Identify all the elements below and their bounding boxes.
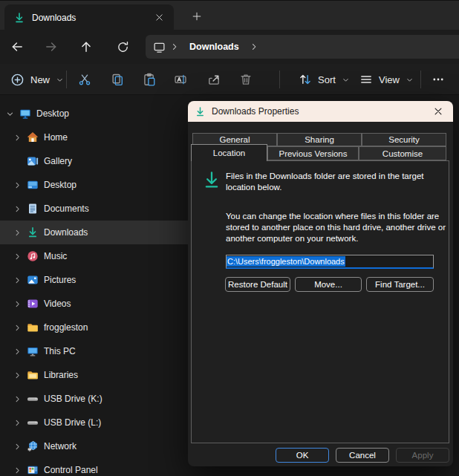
move-button[interactable]: Move... [295, 277, 362, 292]
up-button[interactable] [75, 36, 97, 58]
titlebar: Downloads [0, 0, 459, 30]
usb-drive-icon [27, 393, 39, 405]
sidebar-item-downloads[interactable]: Downloads [0, 221, 188, 244]
sidebar-item-control-panel[interactable]: Control Panel [0, 458, 188, 476]
sidebar-item-label: Libraries [44, 370, 78, 380]
sidebar-item-desktop[interactable]: Desktop [0, 173, 188, 197]
sidebar-item-label: USB Drive (L:) [44, 417, 101, 428]
address-bar[interactable]: Downloads [146, 35, 459, 59]
toolbar-separator [420, 71, 421, 88]
download-icon [202, 170, 221, 191]
sidebar-item-documents[interactable]: Documents [0, 197, 188, 221]
share-icon [207, 73, 221, 86]
sidebar-item-videos[interactable]: Videos [0, 292, 188, 316]
dialog-close-icon[interactable] [430, 103, 446, 120]
cancel-button[interactable]: Cancel [336, 448, 389, 463]
toolbar-separator [66, 71, 67, 88]
paste-button[interactable] [135, 67, 163, 92]
share-button[interactable] [200, 67, 228, 92]
chevron-right-icon[interactable] [12, 443, 22, 451]
home-icon [27, 131, 39, 143]
chevron-right-icon[interactable] [250, 42, 258, 51]
sidebar-item-music[interactable]: Music [0, 244, 188, 268]
sidebar-item-home[interactable]: Home [0, 125, 188, 149]
desktop-monitor-icon [19, 108, 31, 120]
chevron-right-icon[interactable] [12, 181, 22, 189]
folder-icon [27, 322, 39, 333]
sidebar-item-gallery[interactable]: Gallery [0, 149, 188, 173]
chevron-right-icon[interactable] [12, 205, 22, 213]
chevron-right-icon[interactable] [12, 371, 22, 379]
sidebar-item-label: This PC [44, 346, 76, 356]
sidebar-item-label: Desktop [44, 180, 76, 190]
refresh-button[interactable] [111, 36, 134, 58]
dialog-tab-customise[interactable]: Customise [359, 146, 446, 160]
chevron-right-icon[interactable] [12, 419, 22, 427]
description-text: You can change the location where files … [226, 211, 446, 244]
sidebar-item-label: Control Panel [44, 465, 98, 475]
sidebar-item-usb-drive-l-[interactable]: USB Drive (L:) [0, 411, 188, 434]
sidebar-item-froggleston[interactable]: froggleston [0, 316, 188, 339]
selected-path-text: C:\Users\froggleston\Downloads [227, 256, 345, 267]
pictures-icon [27, 274, 39, 286]
sidebar-item-label: Downloads [44, 227, 88, 238]
tab-close-icon[interactable] [150, 9, 168, 27]
sidebar-item-network[interactable]: Network [0, 434, 188, 458]
more-options-button[interactable] [424, 67, 452, 92]
back-button[interactable] [6, 36, 28, 58]
chevron-right-icon[interactable] [12, 134, 22, 142]
apply-button[interactable]: Apply [396, 448, 449, 463]
rename-button[interactable] [166, 67, 195, 92]
dialog-title: Downloads Properties [212, 106, 299, 117]
chevron-right-icon[interactable] [12, 395, 22, 403]
sidebar-item-label: Music [44, 251, 67, 261]
chevron-right-icon[interactable] [170, 42, 179, 51]
chevron-right-icon[interactable] [12, 348, 22, 356]
sidebar-item-label: Home [44, 132, 68, 143]
delete-button[interactable] [232, 67, 260, 92]
restore-default-button[interactable]: Restore Default [225, 277, 290, 292]
chevron-right-icon[interactable] [12, 229, 22, 237]
downloads-icon [27, 226, 39, 238]
new-tab-button[interactable] [187, 7, 206, 26]
dialog-tab-previous-versions[interactable]: Previous Versions [267, 146, 359, 160]
dialog-tab-location[interactable]: Location [191, 144, 267, 161]
rename-icon [174, 73, 187, 86]
copy-icon [111, 73, 124, 86]
dialog-tab-security[interactable]: Security [362, 133, 446, 146]
chevron-right-icon[interactable] [12, 466, 22, 475]
sidebar-item-usb-drive-k-[interactable]: USB Drive (K:) [0, 387, 188, 411]
chevron-right-icon[interactable] [12, 252, 22, 261]
sidebar-item-desktop[interactable]: Desktop [0, 102, 188, 125]
forward-button[interactable] [40, 36, 62, 58]
control-panel-icon [27, 464, 39, 476]
sidebar-item-libraries[interactable]: Libraries [0, 363, 188, 387]
ok-button[interactable]: OK [276, 448, 329, 463]
explorer-window: Downloads Downloads NewSortView DesktopH… [0, 0, 459, 476]
sidebar-item-label: Desktop [36, 108, 69, 119]
new-button[interactable]: New [6, 67, 56, 92]
explorer-tab[interactable]: Downloads [4, 4, 174, 30]
music-icon [27, 250, 39, 262]
chevron-right-icon[interactable] [12, 300, 22, 308]
cut-button[interactable] [71, 67, 99, 92]
chevron-right-icon[interactable] [12, 324, 22, 332]
sidebar-item-pictures[interactable]: Pictures [0, 268, 188, 292]
chevron-down-icon[interactable] [4, 110, 15, 118]
breadcrumb-downloads[interactable]: Downloads [189, 42, 239, 52]
more-icon [432, 73, 445, 86]
navigation-pane: DesktopHomeGalleryDesktopDocumentsDownlo… [0, 102, 188, 476]
find-target-button[interactable]: Find Target... [366, 277, 434, 292]
this-pc-icon [27, 345, 39, 357]
sort-icon [299, 73, 312, 86]
cut-icon [78, 73, 91, 86]
sidebar-item-this-pc[interactable]: This PC [0, 339, 188, 363]
copy-button[interactable] [103, 67, 131, 92]
documents-icon [27, 203, 39, 215]
view-icon [359, 73, 373, 86]
location-path-input[interactable]: C:\Users\froggleston\Downloads [226, 255, 434, 269]
dialog-tab-sharing[interactable]: Sharing [277, 133, 362, 146]
view-button[interactable]: View [355, 67, 417, 92]
chevron-right-icon[interactable] [12, 276, 22, 284]
sort-button[interactable]: Sort [294, 67, 354, 92]
